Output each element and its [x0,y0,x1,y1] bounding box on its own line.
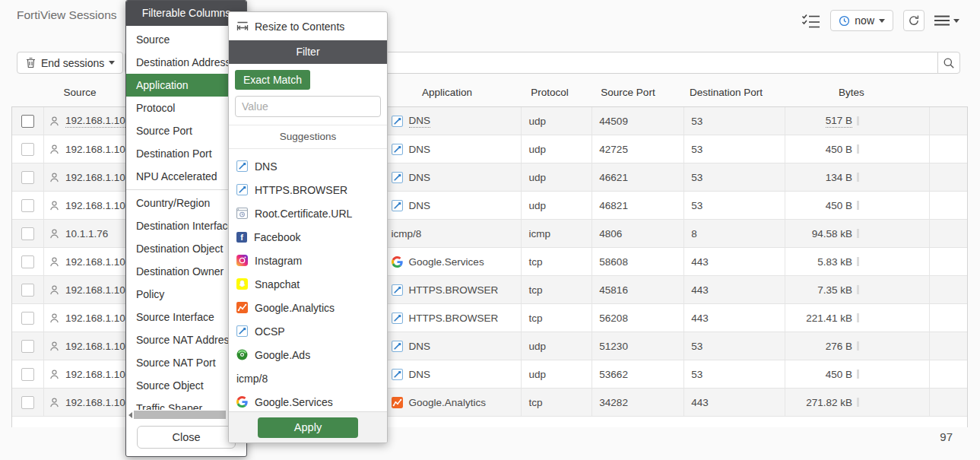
bytes-value: 5.83 kB [817,256,852,268]
bytes-value: 276 B [826,341,852,352]
protocol: tcp [528,397,542,408]
row-checkbox[interactable] [21,284,34,297]
source-ip: 192.168.1.10 [65,312,125,324]
refresh-icon [908,14,920,27]
suggestion-instagram[interactable]: Instagram [229,249,387,272]
application-icon [392,284,403,296]
protocol: tcp [528,284,542,296]
row-checkbox[interactable] [21,312,34,325]
clock-icon [839,15,850,27]
suggestion-dns[interactable]: DNS [229,154,387,178]
time-period-button[interactable]: now [830,10,893,31]
application-icon [392,369,403,380]
more-menu-button[interactable] [934,15,959,26]
browser-icon [236,208,248,219]
bytes-bar [857,229,859,238]
destination-port: 443 [691,397,709,408]
application-name: DNS [409,115,431,128]
filter-popup: Resize to Contents Filter Exact Match Su… [228,11,388,443]
exact-match-button[interactable]: Exact Match [235,70,310,90]
suggestion-icmp-8[interactable]: icmp/8 [229,366,387,390]
row-checkbox[interactable] [21,396,34,409]
source-ip: 192.168.1.10 [65,256,125,268]
protocol: udp [528,172,546,183]
user-icon [49,341,60,352]
source-port: 51230 [599,341,628,352]
fortiview-sessions-page: FortiView Sessions now [0,0,980,460]
chevron-down-icon [879,19,885,23]
row-checkbox[interactable] [21,227,34,240]
snapchat-icon [236,278,248,290]
application-icon [236,184,248,195]
application-name: DNS [409,369,431,380]
bytes-value: 271.82 kB [806,397,852,408]
source-port: 46821 [599,200,628,211]
row-checkbox[interactable] [21,171,34,184]
suggestion-label: Root.Certificate.URL [255,208,352,220]
source-port: 34282 [599,397,628,408]
suggestion-google-analytics[interactable]: Google.Analytics [229,296,387,319]
bytes-value: 450 B [826,369,852,380]
source-ip: 192.168.1.10 [65,284,125,296]
application-name: DNS [409,144,431,155]
column-settings-button[interactable] [801,14,820,28]
user-icon [49,369,60,380]
bytes-bar [857,173,859,182]
application-icon [392,172,403,183]
close-button[interactable]: Close [137,426,236,449]
search-button[interactable] [937,52,960,74]
suggestion-google-services[interactable]: Google.Services [229,390,387,411]
filter-value-input[interactable] [235,96,381,117]
row-checkbox[interactable] [21,115,34,128]
source-ip: 192.168.1.10 [65,200,125,211]
resize-to-contents-item[interactable]: Resize to Contents [229,12,387,40]
suggestion-root-certificate-url[interactable]: Root.Certificate.URL [229,201,387,225]
hamburger-icon [934,15,950,26]
scroll-left-arrow[interactable] [128,412,132,418]
column-header-source[interactable]: Source [46,85,114,100]
destination-port: 53 [691,341,702,352]
row-checkbox[interactable] [21,199,34,212]
column-header-destination-port[interactable]: Destination Port [673,85,779,100]
suggestion-snapchat[interactable]: Snapchat [229,272,387,296]
suggestion-https-browser[interactable]: HTTPS.BROWSER [229,178,387,201]
suggestion-label: HTTPS.BROWSER [255,184,347,196]
suggestion-ocsp[interactable]: OCSP [229,319,387,343]
protocol: tcp [528,312,542,324]
scrollbar-track[interactable] [134,411,239,419]
bytes-bar [857,313,859,322]
suggestion-label: Google.Services [255,396,333,408]
source-port: 53662 [599,369,628,380]
end-sessions-button[interactable]: End sessions [17,52,123,74]
apply-button[interactable]: Apply [258,417,358,438]
source-ip: 192.168.1.10 [65,397,125,408]
refresh-button[interactable] [903,10,924,31]
suggestion-google-ads[interactable]: Google.Ads [229,343,387,366]
row-checkbox[interactable] [21,255,34,268]
row-checkbox[interactable] [21,143,34,156]
column-header-application[interactable]: Application [386,85,508,100]
source-port: 4806 [599,228,622,240]
bytes-value: 221.41 kB [806,312,852,324]
suggestion-facebook[interactable]: fFacebook [229,225,387,249]
chevron-down-icon [953,19,959,23]
column-header-bytes[interactable]: Bytes [806,85,897,100]
google-icon [236,396,248,408]
user-icon [49,200,60,211]
analytics-icon [236,302,248,313]
protocol: udp [528,369,546,380]
source-ip: 192.168.1.10 [65,172,125,183]
column-header-protocol[interactable]: Protocol [512,85,588,100]
source-port: 58608 [599,256,628,268]
destination-port: 443 [691,312,709,324]
destination-port: 53 [691,116,702,127]
column-header-source-port[interactable]: Source Port [582,85,674,100]
protocol: tcp [528,256,542,268]
suggestion-label: Snapchat [255,278,300,290]
scrollbar-thumb[interactable] [134,411,226,419]
destination-port: 53 [691,200,702,211]
row-checkbox[interactable] [21,368,34,381]
row-checkbox[interactable] [21,340,34,353]
application-icon [392,341,403,352]
suggestion-label: Google.Analytics [255,302,335,314]
